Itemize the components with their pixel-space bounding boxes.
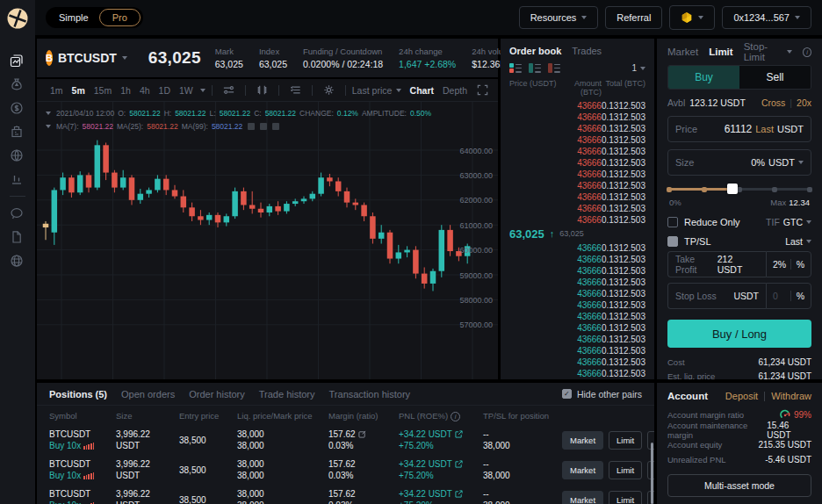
price-source-select[interactable]: Last price	[352, 85, 402, 96]
sidebar-item-institution-icon[interactable]	[10, 125, 24, 139]
app-logo-icon[interactable]	[6, 7, 29, 30]
orderbook-mid-price[interactable]: 63,025 ↑ 63,025	[501, 226, 654, 242]
mode-simple-button[interactable]: Simple	[48, 9, 99, 26]
margin-mode-button[interactable]: Cross	[761, 97, 785, 108]
ask-row[interactable]: 436660.1312.503	[501, 214, 654, 226]
referral-button[interactable]: Referral	[605, 6, 662, 29]
tab-chart[interactable]: Chart	[410, 85, 434, 96]
trigger-price-select[interactable]: Last	[785, 236, 811, 247]
deposit-link[interactable]: Deposit	[725, 391, 758, 401]
compare-icon[interactable]	[222, 83, 235, 97]
bid-row[interactable]: 436660.1312.503	[501, 322, 654, 334]
bid-row[interactable]: 436660.1312.503	[501, 311, 654, 322]
multi-asset-mode-button[interactable]: Multi-asset mode	[667, 474, 811, 497]
sidebar-item-earn-icon[interactable]	[10, 77, 24, 91]
buy-long-button[interactable]: Buy / Long	[667, 320, 811, 348]
ask-row[interactable]: 436660.1312.503	[501, 180, 654, 191]
tab-depth[interactable]: Depth	[443, 85, 467, 96]
interval-more-chevron-icon[interactable]	[200, 89, 206, 92]
tab-trades[interactable]: Trades	[572, 46, 602, 56]
size-slider[interactable]	[669, 183, 810, 195]
ask-row[interactable]: 436660.1312.503	[501, 203, 654, 214]
chart-settings-gear-icon[interactable]	[322, 83, 335, 97]
sidebar-item-language-icon[interactable]	[10, 254, 24, 268]
slider-mark[interactable]	[702, 187, 707, 192]
slider-mark[interactable]	[772, 187, 777, 192]
bid-row[interactable]: 436660.1312.503	[501, 242, 654, 254]
interval-1W[interactable]: 1W	[175, 85, 198, 96]
ma-visibility-icon[interactable]	[248, 123, 255, 130]
sidebar-item-trade-icon[interactable]	[10, 54, 24, 68]
withdraw-link[interactable]: Withdraw	[771, 391, 811, 401]
ask-row[interactable]: 436660.1312.503	[501, 100, 654, 112]
stop-loss-percent-input[interactable]: 0 %	[766, 283, 811, 309]
ask-row[interactable]: 436660.1312.503	[501, 157, 654, 169]
mode-pro-button[interactable]: Pro	[99, 9, 141, 26]
limit-close-button[interactable]: Limit	[609, 431, 642, 450]
size-input[interactable]: Size 0% USDT	[667, 149, 811, 176]
ask-row[interactable]: 436660.1312.503	[501, 146, 654, 157]
ma-settings-icon[interactable]	[260, 123, 267, 130]
collapse-triangle-icon[interactable]	[46, 125, 51, 128]
bid-row[interactable]: 436660.1312.503	[501, 345, 654, 356]
interval-1m[interactable]: 1m	[46, 85, 68, 96]
wallet-address-button[interactable]: 0x1234...567	[722, 6, 811, 29]
bid-row[interactable]: 436660.1312.503	[501, 299, 654, 311]
ask-row[interactable]: 436660.1312.503	[501, 112, 654, 123]
tab-order-book[interactable]: Order book	[509, 46, 561, 56]
tab-market[interactable]: Market	[667, 47, 698, 57]
resources-button[interactable]: Resources	[519, 6, 599, 29]
tif-select[interactable]: TIF GTC	[766, 217, 811, 227]
market-close-button[interactable]: Market	[562, 491, 603, 504]
interval-1D[interactable]: 1D	[155, 85, 175, 96]
limit-close-button[interactable]: Limit	[609, 461, 642, 479]
bid-row[interactable]: 436660.1312.503	[501, 288, 654, 299]
token-menu-button[interactable]	[669, 5, 715, 30]
grouping-select[interactable]: 1	[631, 63, 645, 73]
ask-row[interactable]: 436660.1312.503	[501, 191, 654, 203]
interval-4h[interactable]: 4h	[135, 85, 155, 96]
order-type-info-icon[interactable]: i	[803, 47, 811, 57]
buy-tab[interactable]: Buy	[668, 66, 739, 89]
collapse-triangle-icon[interactable]	[46, 112, 51, 115]
tab-limit[interactable]: Limit	[709, 47, 732, 57]
hide-other-pairs-toggle[interactable]: ✓Hide other pairs	[562, 389, 642, 400]
sidebar-item-docs-icon[interactable]	[10, 230, 24, 244]
price-input[interactable]: Price 61112 Last USDT	[667, 116, 811, 142]
tab-stop-limit[interactable]: Stop-Limit	[744, 41, 792, 62]
sidebar-item-finance-icon[interactable]	[10, 101, 24, 115]
ma-close-icon[interactable]	[272, 123, 279, 130]
sell-tab[interactable]: Sell	[739, 66, 811, 89]
take-profit-input[interactable]: Take Profit 212 USDT	[667, 251, 766, 277]
tab-transaction-history[interactable]: Transaction history	[329, 389, 411, 400]
ask-row[interactable]: 436660.1312.503	[501, 123, 654, 134]
limit-close-button[interactable]: Limit	[609, 491, 642, 504]
interval-1h[interactable]: 1h	[116, 85, 135, 96]
hide-other-pairs-checkbox[interactable]: ✓	[562, 389, 572, 399]
market-close-button[interactable]: Market	[562, 431, 603, 450]
sidebar-item-chat-icon[interactable]	[10, 206, 24, 220]
candlestick-chart[interactable]: 2021/04/10 12:00 O:58021.22 H:58021.22 L…	[37, 102, 498, 379]
sidebar-item-data-icon[interactable]	[10, 172, 24, 186]
interval-15m[interactable]: 15m	[90, 85, 116, 96]
market-close-button[interactable]: Market	[562, 461, 603, 479]
bid-row[interactable]: 436660.1312.503	[501, 277, 654, 288]
chart-style-icon[interactable]	[256, 83, 269, 97]
slider-mark[interactable]	[667, 187, 672, 192]
ask-row[interactable]: 436660.1312.503	[501, 169, 654, 180]
tab-order-history[interactable]: Order history	[189, 389, 245, 400]
pnl-info-icon[interactable]: i	[451, 412, 460, 421]
slider-mark[interactable]	[807, 187, 812, 192]
tab-positions-5-[interactable]: Positions (5)	[49, 389, 107, 400]
fullscreen-icon[interactable]	[476, 83, 489, 97]
sidebar-item-network-icon[interactable]	[10, 148, 24, 162]
take-profit-percent-input[interactable]: 2% %	[766, 251, 811, 277]
bid-row[interactable]: 436660.1312.503	[501, 265, 654, 277]
tpsl-checkbox[interactable]	[667, 236, 678, 247]
leverage-button[interactable]: 20x	[797, 97, 811, 108]
tab-open-orders[interactable]: Open orders	[121, 389, 175, 400]
vertical-scrollbar[interactable]	[651, 443, 653, 504]
book-view-both-icon[interactable]	[509, 63, 522, 74]
stop-loss-input[interactable]: Stop Loss USDT	[667, 283, 766, 309]
bid-row[interactable]: 436660.1312.503	[501, 356, 654, 368]
